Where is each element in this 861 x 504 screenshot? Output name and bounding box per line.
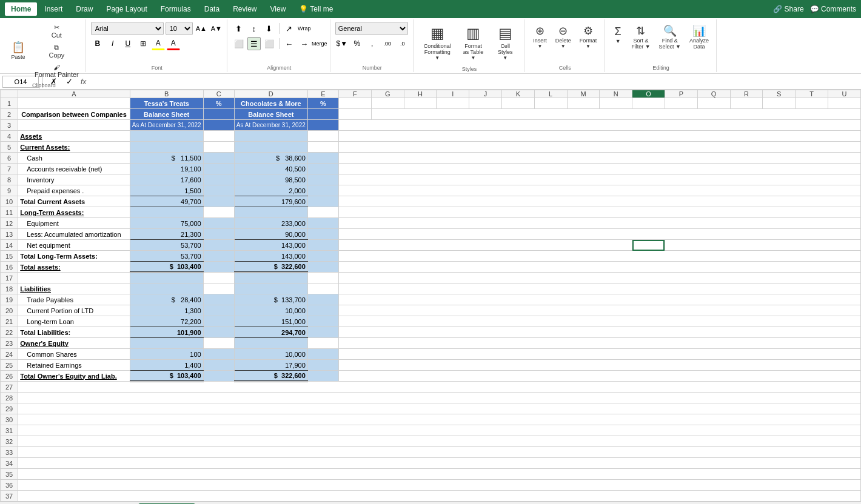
cell-D23[interactable] xyxy=(234,338,307,349)
row-header-25[interactable]: 25 xyxy=(1,360,18,371)
cell-Q1[interactable] xyxy=(697,98,730,109)
cell-D2[interactable]: Balance Sheet xyxy=(234,109,307,120)
tab-review[interactable]: Review xyxy=(227,2,263,16)
cell-E6[interactable] xyxy=(307,153,338,164)
cell-C12[interactable] xyxy=(203,218,234,229)
wrap-text-button[interactable]: Wrap xyxy=(298,22,311,35)
format-button[interactable]: ⚙ Format ▼ xyxy=(576,23,601,51)
cell-A4[interactable]: Assets xyxy=(18,131,130,142)
cell-E26[interactable] xyxy=(307,371,338,382)
row-header-22[interactable]: 22 xyxy=(1,327,18,338)
cell-E16[interactable] xyxy=(307,262,338,273)
cell-I1[interactable] xyxy=(437,98,469,109)
cell-B18[interactable] xyxy=(130,284,203,294)
cell-D10[interactable]: 179,600 xyxy=(234,196,307,207)
cell-A3[interactable] xyxy=(18,120,130,131)
cell-E8[interactable] xyxy=(307,174,338,185)
cell-C26[interactable] xyxy=(203,371,234,382)
tab-view[interactable]: View xyxy=(264,2,292,16)
sheet-scroll[interactable]: A B C D E F G H I J K L M N O xyxy=(0,90,861,502)
cell-styles-button[interactable]: ▤ CellStyles ▼ xyxy=(490,22,520,64)
cell-A6[interactable]: Cash xyxy=(18,153,130,164)
cell-K1[interactable] xyxy=(501,98,534,109)
font-color-button[interactable]: A xyxy=(167,37,180,50)
formula-input[interactable] xyxy=(91,76,859,88)
cell-E15[interactable] xyxy=(307,251,338,262)
col-header-H[interactable]: H xyxy=(404,90,437,98)
angle-text-button[interactable]: ↗ xyxy=(283,22,296,35)
cell-C4[interactable] xyxy=(203,131,234,142)
tab-insert[interactable]: Insert xyxy=(38,2,69,16)
cell-J1[interactable] xyxy=(469,98,502,109)
align-bottom-button[interactable]: ⬇ xyxy=(263,22,276,35)
cell-O14[interactable] xyxy=(632,240,665,251)
row-header-10[interactable]: 10 xyxy=(1,196,18,207)
number-format-select[interactable]: GeneralNumberCurrencyAccountingDatePerce… xyxy=(335,22,408,35)
format-as-table-button[interactable]: ▥ Formatas Table ▼ xyxy=(458,22,489,64)
font-family-select[interactable]: ArialCalibriTimes New Roman xyxy=(91,22,164,35)
tab-draw[interactable]: Draw xyxy=(70,2,99,16)
col-header-O[interactable]: O xyxy=(632,90,665,98)
cell-E22[interactable] xyxy=(307,327,338,338)
format-painter-button[interactable]: 🖌 Format Painter xyxy=(32,62,82,80)
cell-B1[interactable]: Tessa's Treats xyxy=(130,98,203,109)
cell-D13[interactable]: 90,000 xyxy=(234,229,307,240)
cell-D11[interactable] xyxy=(234,207,307,218)
col-header-Q[interactable]: Q xyxy=(697,90,730,98)
cell-N1[interactable] xyxy=(600,98,632,109)
cell-E1[interactable]: % xyxy=(307,98,338,109)
cell-D26[interactable]: $ 322,600 xyxy=(234,371,307,382)
cell-D8[interactable]: 98,500 xyxy=(234,174,307,185)
cell-E5[interactable] xyxy=(307,142,338,153)
cell-B7[interactable]: 19,100 xyxy=(130,164,203,174)
row-header-4[interactable]: 4 xyxy=(1,131,18,142)
font-size-select[interactable]: 8910111214 xyxy=(166,22,193,35)
row-header-7[interactable]: 7 xyxy=(1,164,18,174)
cell-A11[interactable]: Long-Term Assests: xyxy=(18,207,130,218)
cell-A5[interactable]: Current Assets: xyxy=(18,142,130,153)
cell-C15[interactable] xyxy=(203,251,234,262)
cell-E12[interactable] xyxy=(307,218,338,229)
cell-B17[interactable] xyxy=(130,273,203,284)
row-header-33[interactable]: 33 xyxy=(1,447,18,458)
cell-A17[interactable] xyxy=(18,273,130,284)
cell-E13[interactable] xyxy=(307,229,338,240)
cell-B22[interactable]: 101,900 xyxy=(130,327,203,338)
cell-A26[interactable]: Total Owner's Equity and Liab. xyxy=(18,371,130,382)
row-header-2[interactable]: 2 xyxy=(1,109,18,120)
col-header-S[interactable]: S xyxy=(763,90,796,98)
cell-B15[interactable]: 53,700 xyxy=(130,251,203,262)
cell-C10[interactable] xyxy=(203,196,234,207)
cell-H1[interactable] xyxy=(404,98,437,109)
row-header-3[interactable]: 3 xyxy=(1,120,18,131)
cell-E4[interactable] xyxy=(307,131,338,142)
col-header-U[interactable]: U xyxy=(828,90,860,98)
col-header-R[interactable]: R xyxy=(730,90,763,98)
cell-A9[interactable]: Prepaid expenses . xyxy=(18,185,130,196)
row-header-16[interactable]: 16 xyxy=(1,262,18,273)
merge-center-button[interactable]: Merge xyxy=(313,37,326,50)
cell-D22[interactable]: 294,700 xyxy=(234,327,307,338)
cell-A1[interactable] xyxy=(18,98,130,109)
analyze-data-button[interactable]: 📊 AnalyzeData xyxy=(686,23,712,52)
cell-E24[interactable] xyxy=(307,349,338,360)
cell-D3[interactable]: As At December 31, 2022 xyxy=(234,120,307,131)
row-header-32[interactable]: 32 xyxy=(1,436,18,447)
row-header-24[interactable]: 24 xyxy=(1,349,18,360)
cell-C1[interactable]: % xyxy=(203,98,234,109)
find-select-button[interactable]: 🔍 Find &Select ▼ xyxy=(655,23,685,52)
cell-C19[interactable] xyxy=(203,294,234,305)
cell-U1[interactable] xyxy=(828,98,860,109)
cell-C3[interactable] xyxy=(203,120,234,131)
row-header-12[interactable]: 12 xyxy=(1,218,18,229)
cell-B2[interactable]: Balance Sheet xyxy=(130,109,203,120)
cell-C7[interactable] xyxy=(203,164,234,174)
cell-B20[interactable]: 1,300 xyxy=(130,305,203,316)
row-header-13[interactable]: 13 xyxy=(1,229,18,240)
cell-C14[interactable] xyxy=(203,240,234,251)
col-header-E[interactable]: E xyxy=(307,90,338,98)
cell-C18[interactable] xyxy=(203,284,234,294)
cell-A16[interactable]: Total assets: xyxy=(18,262,130,273)
sum-button[interactable]: Σ ▼ xyxy=(609,23,626,47)
cell-D15[interactable]: 143,000 xyxy=(234,251,307,262)
